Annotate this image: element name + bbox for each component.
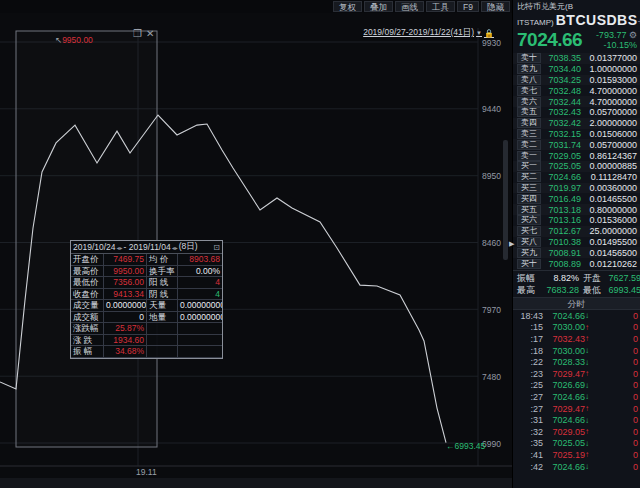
tape-row[interactable]: :317024.66↓0	[513, 414, 640, 426]
order-book-row[interactable]: 卖二7031.740.05700000	[513, 139, 640, 150]
order-book-row[interactable]: 卖七7032.484.70000000	[513, 85, 640, 96]
menu-item-复权[interactable]: 复权	[333, 1, 362, 12]
book-volume: 0.00360000	[581, 183, 637, 193]
tape-header-tab[interactable]: 分时	[513, 297, 640, 310]
book-price: 7034.40	[541, 64, 581, 74]
toolbar: 复权叠加画线工具F9隐藏	[0, 0, 512, 13]
tape-row[interactable]: 18:437024.66↓0	[513, 310, 640, 322]
book-volume: 0.01210262	[581, 259, 637, 269]
tape-row[interactable]: :227028.33↓0	[513, 356, 640, 368]
order-book-row[interactable]: 卖五7032.430.05700000	[513, 107, 640, 118]
selection-rectangle[interactable]	[16, 31, 157, 447]
tape-price: 7024.66	[543, 311, 585, 321]
date-stepper-icon[interactable]: ◂▸	[117, 244, 123, 251]
book-volume: 0.01495500	[581, 237, 637, 247]
tick-direction-icon: ↑	[585, 404, 593, 413]
high-label: 最高	[517, 284, 541, 296]
book-price: 7016.49	[541, 194, 581, 204]
menu-item-F9[interactable]: F9	[457, 1, 479, 12]
order-book-row[interactable]: 买八7010.380.01495500	[513, 237, 640, 248]
menu-item-隐藏[interactable]: 隐藏	[481, 1, 510, 12]
book-level-label: 卖一	[517, 151, 541, 161]
chevron-down-icon[interactable]: ▼	[476, 30, 482, 36]
tape-price: 7028.33	[543, 357, 585, 367]
book-price: 7034.25	[541, 75, 581, 85]
book-volume: 0.01465500	[581, 194, 637, 204]
date-range-selector[interactable]: 2019/09/27-2019/11/22(41日) ▼ 🔒	[363, 27, 494, 39]
book-volume: 0.01456500	[581, 248, 637, 258]
tape-row[interactable]: :237029.47↑0	[513, 368, 640, 380]
stat-label: 涨跌幅	[71, 323, 104, 335]
tape-row[interactable]: :277029.47↑0	[513, 403, 640, 415]
menu-item-工具[interactable]: 工具	[426, 1, 455, 12]
order-book-row[interactable]: 买九7008.910.01456500	[513, 247, 640, 258]
menu-item-叠加[interactable]: 叠加	[364, 1, 393, 12]
tick-direction-icon: ↑	[585, 369, 593, 378]
close-icon[interactable]: ✕	[146, 29, 154, 39]
order-book-row[interactable]: 买一7025.050.00000885	[513, 161, 640, 172]
book-price: 7032.44	[541, 97, 581, 107]
book-price: 7012.67	[541, 226, 581, 236]
tape-volume: 0	[593, 369, 638, 379]
tooltip-days: (8日)	[179, 241, 198, 253]
tape-row[interactable]: :357025.05↓0	[513, 438, 640, 450]
order-book-row[interactable]: 卖六7032.444.70000000	[513, 96, 640, 107]
tape-volume: 0	[593, 322, 638, 332]
tape-row[interactable]: :427024.66↓0	[513, 461, 640, 473]
order-book-row[interactable]: 卖三7032.150.01506000	[513, 129, 640, 140]
open-label: 开盘	[579, 272, 603, 284]
order-book-row[interactable]: 买十7008.890.01210262	[513, 258, 640, 269]
book-price: 7032.15	[541, 129, 581, 139]
tick-direction-icon: ↓	[585, 346, 593, 355]
tape-row[interactable]: :187030.00↓0	[513, 345, 640, 357]
symbol-label[interactable]: BTCUSDBS	[556, 12, 638, 28]
period-stats-tooltip[interactable]: 2019/10/24 ◂▸ - 2019/11/04 ◂▸ (8日) ⊡ 开盘价…	[70, 240, 223, 359]
order-book-row[interactable]: 卖四7032.422.00000000	[513, 118, 640, 129]
time-and-sales[interactable]: 18:437024.66↓0:157030.00↑0:177032.43↑0:1…	[513, 310, 640, 472]
tape-price: 7025.05	[543, 438, 585, 448]
order-book-row[interactable]: 卖十7038.350.01377000	[513, 53, 640, 64]
tape-row[interactable]: :277024.66↓0	[513, 391, 640, 403]
tape-row[interactable]: :417025.19↑0	[513, 449, 640, 461]
tape-row[interactable]: :157030.00↑0	[513, 322, 640, 334]
lock-icon[interactable]: 🔒	[484, 29, 494, 38]
order-book-row[interactable]: 买七7012.6725.0000000	[513, 226, 640, 237]
tape-volume: 0	[593, 392, 638, 402]
menu-item-画线[interactable]: 画线	[395, 1, 424, 12]
book-level-label: 卖三	[517, 129, 541, 139]
maximize-icon[interactable]: ❐	[133, 29, 142, 39]
order-book-row[interactable]: 买三7019.970.00360000	[513, 183, 640, 194]
gear-icon[interactable]: ⚙	[629, 30, 637, 40]
book-price: 7010.38	[541, 237, 581, 247]
tape-row[interactable]: :257026.69↓0	[513, 380, 640, 392]
tooltip-pin-icon[interactable]: ⊡	[213, 243, 220, 252]
stat-value: 7469.75	[104, 254, 147, 266]
chart-scrollbar-thumb[interactable]	[503, 140, 508, 260]
change-block: -793.77 ⚙ -10.15%	[596, 30, 637, 50]
panel-collapse-arrow[interactable]: ▶	[509, 240, 514, 248]
book-level-label: 卖九	[517, 64, 541, 74]
selection-box-controls: ❐ ✕	[133, 29, 154, 39]
order-book-row[interactable]: 买五7013.180.80000000	[513, 204, 640, 215]
book-level-label: 买一	[517, 161, 541, 171]
market-name-line2: ITSTAMP)	[517, 18, 554, 27]
order-book-row[interactable]: 买四7016.490.01465500	[513, 193, 640, 204]
tape-row[interactable]: :177032.43↑0	[513, 333, 640, 345]
order-book-row[interactable]: 买六7013.160.01536000	[513, 215, 640, 226]
low-label: 最低	[579, 284, 603, 296]
date-stepper-icon[interactable]: ◂▸	[172, 244, 178, 251]
order-book[interactable]: 卖十7038.350.01377000卖九7034.401.00000000卖八…	[513, 53, 640, 269]
order-book-row[interactable]: 卖九7034.401.00000000	[513, 64, 640, 75]
order-book-row[interactable]: 卖一7029.050.86124367	[513, 150, 640, 161]
tape-row[interactable]: :327029.05↑0	[513, 426, 640, 438]
book-level-label: 买九	[517, 248, 541, 258]
tick-direction-icon: ↓	[585, 381, 593, 390]
date-range-label: 2019/09/27-2019/11/22(41日)	[363, 27, 474, 39]
tick-direction-icon: ↓	[585, 416, 593, 425]
tape-time: :35	[517, 438, 543, 448]
price-change: -793.77	[596, 30, 627, 40]
order-book-row[interactable]: 卖八7034.250.01593000	[513, 75, 640, 86]
tape-time: :32	[517, 427, 543, 437]
order-book-row[interactable]: 买二7024.660.11128470	[513, 172, 640, 183]
chart-area[interactable]: 2019/09/27-2019/11/22(41日) ▼ 🔒 ❐ ✕ ↖9950…	[0, 0, 512, 488]
